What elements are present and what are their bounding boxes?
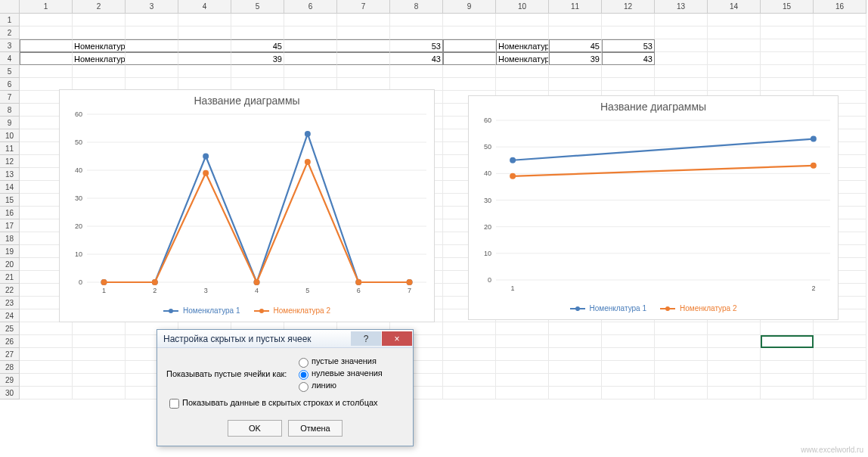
cell[interactable] [337, 39, 390, 52]
cell[interactable] [549, 65, 602, 78]
cell[interactable] [126, 39, 178, 52]
column-header[interactable]: 8 [390, 0, 443, 14]
cell[interactable] [178, 65, 231, 78]
row-header[interactable]: 1 [0, 14, 20, 26]
cell[interactable] [20, 65, 73, 78]
cell[interactable] [602, 65, 655, 78]
cell[interactable] [443, 14, 496, 26]
cell[interactable] [761, 387, 814, 399]
column-header[interactable]: 3 [126, 0, 178, 14]
row-header[interactable]: 18 [0, 232, 20, 245]
cell[interactable] [20, 387, 73, 399]
cell[interactable] [390, 14, 443, 26]
cell[interactable] [814, 335, 866, 348]
row-header[interactable]: 3 [0, 39, 20, 52]
cell[interactable] [443, 361, 496, 374]
cell[interactable] [284, 52, 337, 65]
cell[interactable] [655, 322, 708, 335]
cell[interactable] [655, 52, 708, 65]
column-header[interactable]: 16 [814, 0, 866, 14]
cell[interactable] [178, 52, 231, 65]
row-header[interactable]: 4 [0, 52, 20, 65]
row-header[interactable]: 12 [0, 155, 20, 168]
column-header[interactable]: 9 [443, 0, 496, 14]
cell[interactable]: 53 [390, 39, 443, 52]
cell[interactable] [443, 322, 496, 335]
ok-button[interactable]: OK [228, 420, 282, 437]
cell[interactable]: 39 [231, 52, 284, 65]
row-header[interactable]: 15 [0, 194, 20, 207]
cell[interactable] [20, 26, 73, 39]
cell[interactable] [655, 26, 708, 39]
cell[interactable] [390, 65, 443, 78]
row-header[interactable]: 19 [0, 245, 20, 258]
cell[interactable] [549, 322, 602, 335]
cell[interactable] [73, 335, 126, 348]
cell[interactable] [602, 361, 655, 374]
cell[interactable] [708, 322, 761, 335]
row-header[interactable]: 25 [0, 322, 20, 335]
cell[interactable] [814, 322, 866, 335]
cell[interactable] [655, 361, 708, 374]
cell[interactable] [20, 335, 73, 348]
cell[interactable] [496, 322, 549, 335]
cell[interactable] [708, 374, 761, 387]
cell[interactable] [73, 361, 126, 374]
cell[interactable] [126, 26, 178, 39]
cell[interactable] [708, 52, 761, 65]
cell[interactable] [126, 65, 178, 78]
cell[interactable] [284, 26, 337, 39]
select-all-corner[interactable] [0, 0, 20, 14]
cell[interactable] [284, 65, 337, 78]
row-header[interactable]: 23 [0, 297, 20, 309]
cell[interactable] [761, 39, 814, 52]
cell[interactable]: 39 [549, 52, 602, 65]
cell[interactable] [761, 65, 814, 78]
cell[interactable] [20, 374, 73, 387]
cell[interactable] [178, 14, 231, 26]
cell[interactable] [549, 374, 602, 387]
help-icon[interactable]: ? [351, 331, 381, 346]
cell[interactable] [602, 322, 655, 335]
cell[interactable] [73, 65, 126, 78]
cell[interactable] [73, 26, 126, 39]
column-header[interactable]: 14 [708, 0, 761, 14]
column-header[interactable]: 5 [231, 0, 284, 14]
cell[interactable] [602, 14, 655, 26]
cell[interactable] [549, 335, 602, 348]
cell[interactable] [496, 374, 549, 387]
cell[interactable] [708, 78, 761, 91]
cell[interactable] [390, 26, 443, 39]
cell[interactable] [814, 65, 866, 78]
cell[interactable] [178, 39, 231, 52]
cell[interactable] [549, 14, 602, 26]
cell[interactable] [443, 374, 496, 387]
cell[interactable] [655, 348, 708, 361]
cell[interactable] [443, 65, 496, 78]
cell[interactable] [284, 39, 337, 52]
cell[interactable] [549, 78, 602, 91]
cell[interactable] [443, 52, 496, 65]
cell[interactable] [814, 361, 866, 374]
row-header[interactable]: 26 [0, 335, 20, 348]
cell[interactable] [443, 348, 496, 361]
dialog-titlebar[interactable]: Настройка скрытых и пустых ячеек ? × [157, 330, 413, 348]
cell[interactable] [814, 374, 866, 387]
cell[interactable] [814, 78, 866, 91]
cell[interactable] [496, 26, 549, 39]
cell[interactable] [20, 52, 73, 65]
cell[interactable]: Номенклатура 2 [73, 52, 126, 65]
column-header[interactable]: 4 [178, 0, 231, 14]
cell[interactable] [814, 348, 866, 361]
cell[interactable] [602, 387, 655, 399]
show-hidden-checkbox[interactable]: Показывать данные в скрытых строках и ст… [166, 396, 378, 411]
cell[interactable] [549, 361, 602, 374]
cell[interactable]: 45 [549, 39, 602, 52]
cell[interactable] [337, 65, 390, 78]
cell[interactable] [655, 39, 708, 52]
cell[interactable] [602, 78, 655, 91]
cell[interactable] [708, 335, 761, 348]
cell[interactable] [443, 26, 496, 39]
cell[interactable] [20, 14, 73, 26]
cell[interactable] [814, 26, 866, 39]
